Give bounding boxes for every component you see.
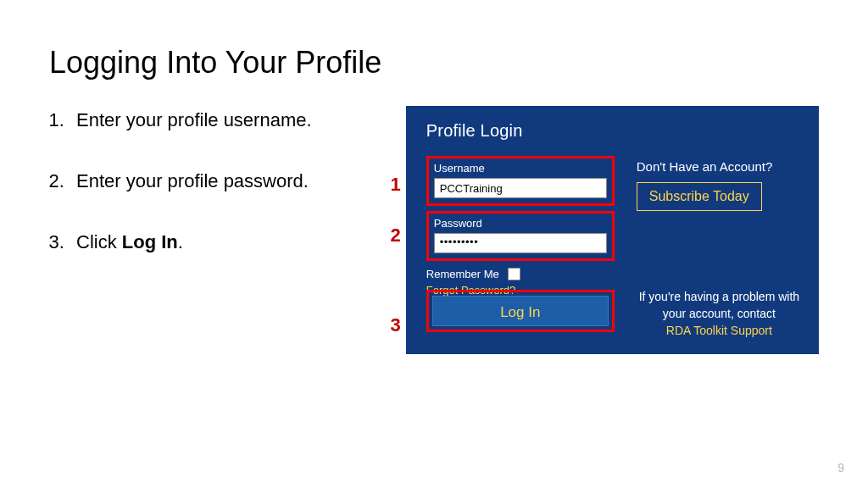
content-row: Enter your profile username. Enter your … [49, 106, 819, 354]
remember-label: Remember Me [426, 268, 499, 280]
login-panel: Profile Login Username Password ••••••••… [406, 106, 819, 354]
login-body: Username Password ••••••••• Remember Me … [426, 156, 802, 339]
login-right-column: Don't Have an Account? Subscribe Today I… [615, 156, 802, 339]
no-account-text: Don't Have an Account? [637, 159, 802, 174]
step-2: Enter your profile password. [70, 169, 374, 194]
login-button[interactable]: Log In [432, 296, 609, 326]
password-group: Password ••••••••• [426, 211, 615, 261]
login-left-column: Username Password ••••••••• Remember Me … [426, 156, 615, 339]
step-3-prefix: Click [76, 231, 122, 252]
step-3: Click Log In. [70, 230, 374, 255]
subscribe-button[interactable]: Subscribe Today [637, 182, 762, 211]
step-3-suffix: . [178, 231, 183, 252]
instruction-list: Enter your profile username. Enter your … [49, 108, 374, 290]
step-2-text: Enter your profile password. [76, 170, 309, 191]
step-1: Enter your profile username. [70, 108, 374, 133]
password-input[interactable]: ••••••••• [434, 233, 607, 253]
support-link[interactable]: RDA Toolkit Support [637, 324, 802, 339]
callout-1: 1 [391, 174, 401, 196]
login-header: Profile Login [426, 121, 802, 141]
page-number: 9 [837, 461, 844, 474]
login-button-highlight: Log In [426, 290, 615, 332]
callout-3: 3 [391, 314, 401, 336]
callout-2: 2 [391, 225, 401, 247]
support-problem-text: If you're having a problem with your acc… [637, 289, 802, 322]
username-group: Username [426, 156, 615, 206]
step-3-bold: Log In [122, 231, 178, 252]
remember-checkbox[interactable] [508, 268, 520, 280]
slide: Logging Into Your Profile Enter your pro… [0, 0, 868, 488]
step-1-text: Enter your profile username. [76, 109, 312, 130]
username-input[interactable] [434, 178, 607, 198]
slide-title: Logging Into Your Profile [49, 44, 819, 80]
remember-row: Remember Me [426, 268, 615, 280]
username-label: Username [434, 162, 607, 175]
password-label: Password [434, 217, 607, 230]
